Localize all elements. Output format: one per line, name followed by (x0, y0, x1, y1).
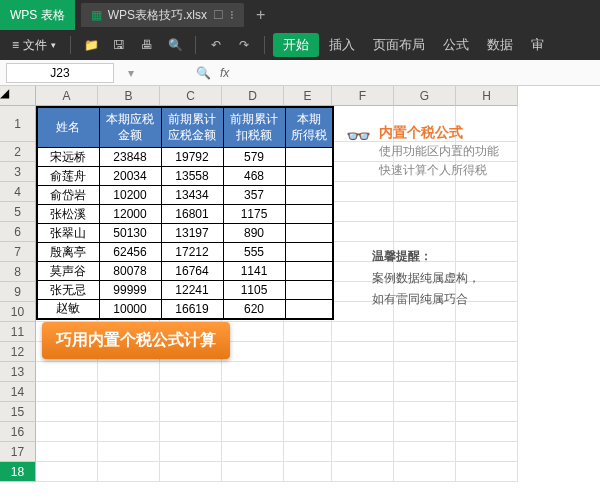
table-header: 前期累计应税金额 (161, 107, 223, 148)
row-header-16[interactable]: 16 (0, 422, 36, 442)
row-header-18[interactable]: 18 (0, 462, 36, 482)
table-cell[interactable]: 张翠山 (37, 224, 99, 243)
table-cell[interactable]: 16801 (161, 205, 223, 224)
fx-search-icon[interactable]: 🔍 (192, 66, 214, 80)
col-header-H[interactable]: H (456, 86, 518, 106)
table-cell[interactable]: 890 (223, 224, 285, 243)
table-cell[interactable] (285, 243, 333, 262)
select-all-corner[interactable]: ◢ (0, 86, 36, 106)
row-header-11[interactable]: 11 (0, 322, 36, 342)
row-header-5[interactable]: 5 (0, 202, 36, 222)
row-header-9[interactable]: 9 (0, 282, 36, 302)
table-row: 宋远桥2384819792579 (37, 148, 333, 167)
table-cell[interactable] (285, 148, 333, 167)
ribbon-tab-1[interactable]: 插入 (321, 36, 363, 54)
row-header-4[interactable]: 4 (0, 182, 36, 202)
table-cell[interactable]: 13434 (161, 186, 223, 205)
col-header-E[interactable]: E (284, 86, 332, 106)
table-cell[interactable]: 468 (223, 167, 285, 186)
name-box-dropdown-icon[interactable]: ▾ (120, 66, 142, 80)
row-header-17[interactable]: 17 (0, 442, 36, 462)
table-cell[interactable]: 23848 (99, 148, 161, 167)
save-icon[interactable]: 🖫 (107, 34, 131, 56)
tab-close-icon[interactable]: ⁝ (230, 8, 234, 22)
row-header-13[interactable]: 13 (0, 362, 36, 382)
table-cell[interactable]: 555 (223, 243, 285, 262)
table-cell[interactable]: 1141 (223, 262, 285, 281)
col-header-D[interactable]: D (222, 86, 284, 106)
ribbon-tab-4[interactable]: 数据 (479, 36, 521, 54)
table-cell[interactable]: 宋远桥 (37, 148, 99, 167)
undo-icon[interactable]: ↶ (204, 34, 228, 56)
col-header-C[interactable]: C (160, 86, 222, 106)
file-menu[interactable]: ≡ 文件 ▾ (6, 35, 62, 56)
table-cell[interactable]: 19792 (161, 148, 223, 167)
row-header-15[interactable]: 15 (0, 402, 36, 422)
table-cell[interactable] (285, 262, 333, 281)
ribbon-tab-5[interactable]: 审 (523, 36, 552, 54)
table-cell[interactable]: 62456 (99, 243, 161, 262)
table-cell[interactable]: 357 (223, 186, 285, 205)
grid[interactable]: 姓名本期应税金额前期累计应税金额前期累计扣税额本期所得税宋远桥238481979… (36, 106, 518, 482)
preview-icon[interactable]: 🔍 (163, 34, 187, 56)
table-cell[interactable]: 俞岱岩 (37, 186, 99, 205)
print-icon[interactable]: 🖶 (135, 34, 159, 56)
table-cell[interactable]: 17212 (161, 243, 223, 262)
open-icon[interactable]: 📁 (79, 34, 103, 56)
table-cell[interactable]: 16619 (161, 300, 223, 319)
table-cell[interactable]: 10200 (99, 186, 161, 205)
table-row: 殷离亭6245617212555 (37, 243, 333, 262)
row-header-10[interactable]: 10 (0, 302, 36, 322)
tab-status-icon: ☐ (213, 8, 224, 22)
row-header-1[interactable]: 1 (0, 106, 36, 142)
col-header-G[interactable]: G (394, 86, 456, 106)
table-cell[interactable]: 莫声谷 (37, 262, 99, 281)
fx-label[interactable]: fx (220, 66, 229, 80)
row-header-2[interactable]: 2 (0, 142, 36, 162)
table-cell[interactable]: 1105 (223, 281, 285, 300)
table-cell[interactable] (285, 224, 333, 243)
file-tab[interactable]: ▦ WPS表格技巧.xlsx ☐ ⁝ (81, 3, 244, 27)
table-cell[interactable]: 赵敏 (37, 300, 99, 319)
row-header-3[interactable]: 3 (0, 162, 36, 182)
table-cell[interactable]: 99999 (99, 281, 161, 300)
table-cell[interactable]: 20034 (99, 167, 161, 186)
table-cell[interactable]: 俞莲舟 (37, 167, 99, 186)
table-cell[interactable]: 张松溪 (37, 205, 99, 224)
table-cell[interactable] (285, 205, 333, 224)
name-box[interactable]: J23 (6, 63, 114, 83)
col-header-F[interactable]: F (332, 86, 394, 106)
ribbon-tab-0[interactable]: 开始 (273, 33, 319, 57)
table-cell[interactable]: 80078 (99, 262, 161, 281)
table-cell[interactable] (285, 167, 333, 186)
ribbon-tab-3[interactable]: 公式 (435, 36, 477, 54)
table-cell[interactable] (285, 300, 333, 319)
row-header-12[interactable]: 12 (0, 342, 36, 362)
table-cell[interactable]: 1175 (223, 205, 285, 224)
help-title: 内置个税公式 (379, 124, 499, 142)
tax-formula-button[interactable]: 巧用内置个税公式计算 (42, 322, 230, 359)
table-cell[interactable]: 张无忌 (37, 281, 99, 300)
row-header-14[interactable]: 14 (0, 382, 36, 402)
col-header-B[interactable]: B (98, 86, 160, 106)
table-cell[interactable]: 殷离亭 (37, 243, 99, 262)
redo-icon[interactable]: ↷ (232, 34, 256, 56)
table-cell[interactable]: 50130 (99, 224, 161, 243)
table-cell[interactable]: 12241 (161, 281, 223, 300)
add-tab-button[interactable]: + (244, 6, 277, 24)
table-cell[interactable]: 579 (223, 148, 285, 167)
row-header-8[interactable]: 8 (0, 262, 36, 282)
table-cell[interactable] (285, 186, 333, 205)
table-cell[interactable]: 16764 (161, 262, 223, 281)
table-cell[interactable] (285, 281, 333, 300)
table-cell[interactable]: 13558 (161, 167, 223, 186)
table-cell[interactable]: 12000 (99, 205, 161, 224)
row-header-6[interactable]: 6 (0, 222, 36, 242)
table-cell[interactable]: 620 (223, 300, 285, 319)
ribbon-tab-2[interactable]: 页面布局 (365, 36, 433, 54)
table-cell[interactable]: 13197 (161, 224, 223, 243)
table-cell[interactable]: 10000 (99, 300, 161, 319)
file-tab-label: WPS表格技巧.xlsx (108, 7, 207, 24)
col-header-A[interactable]: A (36, 86, 98, 106)
row-header-7[interactable]: 7 (0, 242, 36, 262)
